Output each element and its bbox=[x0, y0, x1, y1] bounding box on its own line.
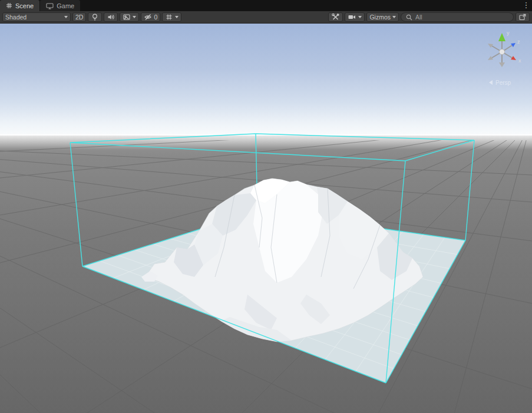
chevron-down-icon bbox=[64, 16, 68, 18]
scene-toolbar: Shaded 2D bbox=[0, 11, 532, 24]
tab-scene[interactable]: Scene bbox=[0, 0, 39, 11]
audio-toggle-button[interactable] bbox=[104, 12, 118, 22]
scene-visibility-toggle[interactable]: 0 bbox=[141, 12, 160, 22]
axis-label-y: y bbox=[507, 30, 510, 36]
chevron-down-icon bbox=[392, 16, 396, 18]
gizmo-center[interactable] bbox=[500, 49, 505, 55]
grid-icon bbox=[165, 13, 173, 21]
2d-toggle-label: 2D bbox=[75, 14, 83, 21]
projection-label: Persp bbox=[495, 80, 511, 86]
axis-label-x: x bbox=[518, 58, 521, 64]
sky bbox=[0, 24, 532, 137]
popout-window-icon bbox=[518, 13, 527, 21]
component-tools-button[interactable] bbox=[328, 12, 343, 22]
axis-label-z: z bbox=[517, 39, 520, 45]
speaker-icon bbox=[107, 13, 115, 21]
tab-game[interactable]: Game bbox=[40, 0, 80, 11]
lighting-toggle-button[interactable] bbox=[88, 12, 102, 22]
scene-viewport[interactable]: y z x Persp bbox=[0, 24, 532, 413]
camera-icon bbox=[348, 13, 356, 21]
tab-scene-label: Scene bbox=[15, 2, 34, 9]
tab-game-label: Game bbox=[57, 2, 74, 9]
scene-search-input[interactable] bbox=[415, 14, 498, 21]
wrench-hammer-icon bbox=[331, 13, 340, 21]
chevron-down-icon bbox=[358, 16, 362, 18]
hidden-count-label: 0 bbox=[154, 14, 157, 21]
effects-dropdown[interactable] bbox=[120, 12, 139, 22]
scene-search-field[interactable] bbox=[401, 12, 514, 22]
2d-toggle-button[interactable]: 2D bbox=[72, 12, 86, 22]
draw-mode-dropdown[interactable]: Shaded bbox=[2, 12, 71, 22]
gizmos-dropdown[interactable]: Gizmos bbox=[366, 12, 399, 22]
scene-grid-icon bbox=[6, 2, 12, 9]
chevron-down-icon bbox=[133, 16, 136, 18]
lightbulb-icon bbox=[91, 13, 99, 21]
eye-hidden-icon bbox=[144, 13, 152, 21]
game-icon bbox=[46, 2, 54, 9]
chevron-down-icon bbox=[175, 16, 179, 18]
grid-settings-dropdown[interactable] bbox=[162, 12, 181, 22]
scene-view: y z x Persp bbox=[0, 24, 532, 413]
draw-mode-label: Shaded bbox=[5, 14, 27, 21]
camera-settings-dropdown[interactable] bbox=[345, 12, 365, 22]
kebab-menu-icon[interactable]: ⋮ bbox=[520, 0, 532, 11]
view-tabbar: Scene Game ⋮ bbox=[0, 0, 532, 11]
effects-icon bbox=[123, 13, 131, 21]
search-icon bbox=[405, 14, 413, 21]
gizmos-label: Gizmos bbox=[369, 14, 391, 21]
popout-button[interactable] bbox=[516, 12, 530, 22]
